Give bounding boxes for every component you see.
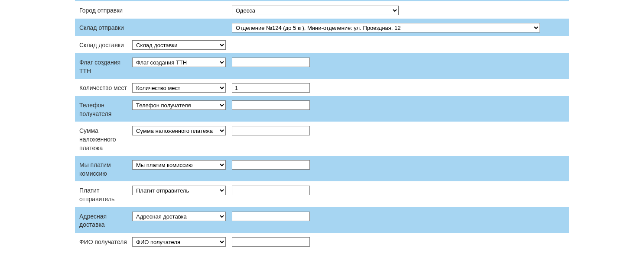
label-ship-warehouse: Склад отправки	[79, 22, 132, 32]
label-cod-amount: Сумма наложенного платежа	[79, 125, 132, 152]
row-sender-pays: Платит отправитель Платит отправитель	[75, 181, 569, 207]
input-address-delivery[interactable]	[232, 212, 310, 221]
row-delivery-warehouse: Склад доставки Склад доставки	[75, 36, 569, 53]
label-receiver-name: ФИО получателя	[79, 236, 132, 247]
select-we-pay-commission[interactable]: Мы платим комиссию	[132, 160, 226, 170]
select-receiver-name[interactable]: ФИО получателя	[132, 237, 226, 247]
label-address-delivery: Адресная доставка	[79, 211, 132, 229]
label-delivery-warehouse: Склад доставки	[79, 39, 132, 50]
label-ship-city: Город отправки	[79, 5, 132, 15]
label-sender-pays: Платит отправитель	[79, 185, 132, 203]
label-ttn-flag: Флаг создания ТТН	[79, 57, 132, 75]
input-we-pay-commission[interactable]	[232, 160, 310, 170]
select-ttn-flag[interactable]: Флаг создания ТТН	[132, 58, 226, 67]
row-cod-amount: Сумма наложенного платежа Сумма наложенн…	[75, 122, 569, 156]
label-we-pay-commission: Мы платим комиссию	[79, 159, 132, 178]
input-places-count[interactable]	[232, 83, 310, 93]
select-places-count[interactable]: Количество мест	[132, 83, 226, 93]
form-container: Город отправки Одесса Склад отправки Отд…	[0, 0, 644, 250]
select-sender-pays[interactable]: Платит отправитель	[132, 186, 226, 195]
label-receiver-phone: Телефон получателя	[79, 100, 132, 118]
row-places-count: Количество мест Количество мест	[75, 79, 569, 96]
row-we-pay-commission: Мы платим комиссию Мы платим комиссию	[75, 156, 569, 181]
select-address-delivery[interactable]: Адресная доставка	[132, 212, 226, 221]
row-ttn-flag: Флаг создания ТТН Флаг создания ТТН	[75, 53, 569, 79]
input-receiver-name[interactable]	[232, 237, 310, 247]
row-ship-city: Город отправки Одесса	[75, 1, 569, 19]
input-cod-amount[interactable]	[232, 126, 310, 135]
select-ship-city[interactable]: Одесса	[232, 6, 399, 15]
input-receiver-phone[interactable]	[232, 100, 310, 110]
input-ttn-flag[interactable]	[232, 58, 310, 67]
select-delivery-warehouse[interactable]: Склад доставки	[132, 40, 226, 50]
label-places-count: Количество мест	[79, 82, 132, 93]
select-receiver-phone[interactable]: Телефон получателя	[132, 100, 226, 110]
row-receiver-name: ФИО получателя ФИО получателя	[75, 233, 569, 250]
row-address-delivery: Адресная доставка Адресная доставка	[75, 207, 569, 233]
row-receiver-phone: Телефон получателя Телефон получателя	[75, 96, 569, 122]
select-ship-warehouse[interactable]: Отделение №124 (до 5 кг), Мини-отделение…	[232, 23, 540, 32]
input-sender-pays[interactable]	[232, 186, 310, 195]
select-cod-amount[interactable]: Сумма наложенного платежа	[132, 126, 226, 135]
row-ship-warehouse: Склад отправки Отделение №124 (до 5 кг),…	[75, 19, 569, 36]
